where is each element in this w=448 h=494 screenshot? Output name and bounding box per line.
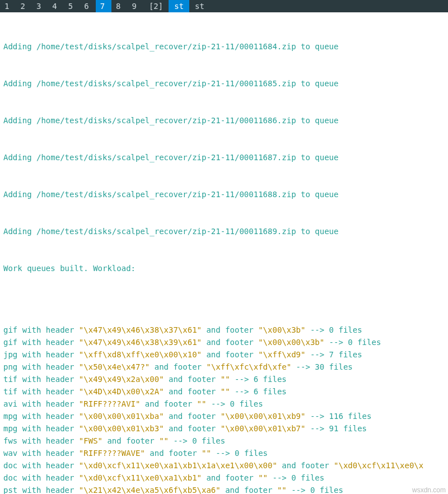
output-line: Work queues built. Workload: [3, 262, 445, 274]
workload-line: fws with header "FWS" and footer "" --> … [3, 435, 445, 447]
output-line: Adding /home/test/disks/scalpel_recover/… [3, 225, 445, 237]
workload-line: gif with header "\x47\x49\x46\x38\x39\x6… [3, 336, 445, 348]
workload-line: mpg with header "\x00\x00\x01\xba" and f… [3, 410, 445, 422]
output-line: Adding /home/test/disks/scalpel_recover/… [3, 77, 445, 90]
workload-line: jpg with header "\xff\xd8\xff\xe0\x00\x1… [3, 348, 445, 361]
watermark: wsxdn.com [412, 486, 446, 494]
layout-indicator: [2] [143, 0, 169, 12]
workspace-5[interactable]: 5 [64, 0, 80, 12]
workspace-6[interactable]: 6 [80, 0, 95, 12]
output-line: Adding /home/test/disks/scalpel_recover/… [3, 151, 445, 164]
workload-line: avi with header "RIFF????AVI" and footer… [3, 398, 445, 410]
workload-line: pst with header "\x21\x42\x4e\xa5\x6f\xb… [3, 484, 445, 494]
workload-line: wav with header "RIFF????WAVE" and foote… [3, 447, 445, 459]
output-line: Adding /home/test/disks/scalpel_recover/… [3, 188, 445, 201]
output-line: Adding /home/test/disks/scalpel_recover/… [3, 114, 445, 127]
terminal[interactable]: Adding /home/test/disks/scalpel_recover/… [0, 12, 448, 494]
workspace-8[interactable]: 8 [111, 0, 127, 12]
workload-line: mpg with header "\x00\x00\x01\xb3" and f… [3, 422, 445, 435]
output-line: Adding /home/test/disks/scalpel_recover/… [3, 40, 445, 53]
workspace-4[interactable]: 4 [48, 0, 63, 12]
workload-line: tif with header "\x4D\x4D\x00\x2A" and f… [3, 385, 445, 398]
workload-line: doc with header "\xd0\xcf\x11\xe0\xa1\xb… [3, 459, 445, 472]
workload-line: png with header "\x50\x4e\x47?" and foot… [3, 361, 445, 373]
window-title-active[interactable]: st [169, 0, 189, 12]
workload-line: tif with header "\x49\x49\x2a\x00" and f… [3, 373, 445, 385]
workspace-3[interactable]: 3 [32, 0, 48, 12]
workspace-2[interactable]: 2 [16, 0, 31, 12]
window-title-2[interactable]: st [189, 0, 210, 12]
status-bar: 1 2 3 4 5 6 7 8 9 [2] st st [0, 0, 448, 12]
workspace-1[interactable]: 1 [0, 0, 16, 12]
workspace-7[interactable]: 7 [96, 0, 111, 12]
workload-line: gif with header "\x47\x49\x46\x38\x37\x6… [3, 324, 445, 336]
workspace-9[interactable]: 9 [128, 0, 143, 12]
workload-line: doc with header "\xd0\xcf\x11\xe0\xa1\xb… [3, 472, 445, 484]
